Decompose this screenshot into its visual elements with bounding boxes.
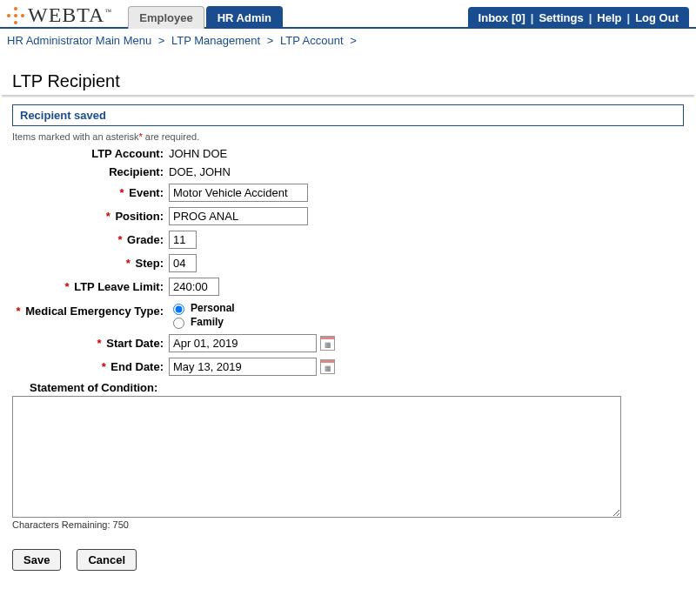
cancel-button[interactable]: Cancel bbox=[77, 549, 137, 571]
row-ltp-leave-limit: * LTP Leave Limit: bbox=[12, 278, 684, 296]
step-input[interactable] bbox=[169, 254, 197, 272]
radio-personal[interactable] bbox=[173, 304, 184, 315]
label-recipient: Recipient: bbox=[12, 165, 169, 178]
breadcrumb-ltp-account[interactable]: LTP Account bbox=[280, 34, 344, 47]
nav-separator: | bbox=[531, 11, 534, 24]
required-note: Items marked with an asterisk* are requi… bbox=[12, 131, 684, 142]
settings-link[interactable]: Settings bbox=[539, 11, 583, 24]
status-message: Recipient saved bbox=[12, 104, 684, 126]
label-statement: Statement of Condition: bbox=[30, 381, 684, 394]
label-medical-emergency: * Medical Emergency Type: bbox=[12, 301, 169, 318]
event-input[interactable] bbox=[169, 184, 308, 202]
inbox-link[interactable]: Inbox [0] bbox=[478, 11, 525, 24]
breadcrumb-separator: > bbox=[158, 34, 165, 47]
value-recipient: DOE, JOHN bbox=[169, 165, 231, 178]
logo-dots-icon bbox=[7, 7, 24, 24]
breadcrumb-main-menu[interactable]: HR Administrator Main Menu bbox=[7, 34, 151, 47]
button-row: Save Cancel bbox=[12, 549, 684, 571]
row-recipient: Recipient: DOE, JOHN bbox=[12, 165, 684, 178]
app-header: WEBTA™ Employee HR Admin Inbox [0] | Set… bbox=[0, 0, 696, 29]
calendar-icon[interactable]: ▦ bbox=[320, 359, 335, 374]
tab-hr-admin[interactable]: HR Admin bbox=[206, 6, 283, 29]
radio-personal-label[interactable]: Personal bbox=[169, 301, 235, 315]
row-position: * Position: bbox=[12, 207, 684, 225]
ltp-leave-limit-input[interactable] bbox=[169, 278, 219, 296]
characters-remaining: Characters Remaining: 750 bbox=[12, 519, 684, 530]
end-date-input[interactable] bbox=[169, 358, 317, 376]
statement-textarea[interactable] bbox=[12, 396, 621, 518]
nav-separator: | bbox=[589, 11, 592, 24]
logo-text: WEBTA™ bbox=[28, 3, 112, 27]
label-ltp-leave-limit: * LTP Leave Limit: bbox=[12, 280, 169, 293]
help-link[interactable]: Help bbox=[597, 11, 621, 24]
row-statement: Statement of Condition: Characters Remai… bbox=[12, 381, 684, 530]
grade-input[interactable] bbox=[169, 231, 197, 249]
label-step: * Step: bbox=[12, 257, 169, 270]
position-input[interactable] bbox=[169, 207, 308, 225]
medical-emergency-radio-group: Personal Family bbox=[169, 301, 235, 329]
value-ltp-account: JOHN DOE bbox=[169, 147, 227, 160]
label-start-date: * Start Date: bbox=[12, 337, 169, 350]
row-medical-emergency: * Medical Emergency Type: Personal Famil… bbox=[12, 301, 684, 329]
row-grade: * Grade: bbox=[12, 231, 684, 249]
breadcrumb-ltp-management[interactable]: LTP Management bbox=[171, 34, 260, 47]
top-nav: Inbox [0] | Settings | Help | Log Out bbox=[468, 7, 689, 29]
header-left: WEBTA™ Employee HR Admin bbox=[7, 3, 284, 27]
label-grade: * Grade: bbox=[12, 233, 169, 246]
radio-family[interactable] bbox=[173, 318, 184, 329]
radio-family-label[interactable]: Family bbox=[169, 315, 235, 329]
row-end-date: * End Date: ▦ bbox=[12, 358, 684, 376]
label-event: * Event: bbox=[12, 186, 169, 199]
tab-employee[interactable]: Employee bbox=[128, 6, 204, 29]
nav-separator: | bbox=[627, 11, 631, 24]
page-title: LTP Recipient bbox=[12, 71, 687, 91]
breadcrumb: HR Administrator Main Menu > LTP Managem… bbox=[0, 29, 696, 52]
logo: WEBTA™ bbox=[7, 3, 112, 27]
row-step: * Step: bbox=[12, 254, 684, 272]
row-event: * Event: bbox=[12, 184, 684, 202]
breadcrumb-separator: > bbox=[267, 34, 274, 47]
content: Recipient saved Items marked with an ast… bbox=[0, 104, 696, 579]
label-ltp-account: LTP Account: bbox=[12, 147, 169, 160]
save-button[interactable]: Save bbox=[12, 549, 61, 571]
breadcrumb-separator: > bbox=[350, 34, 357, 47]
title-divider bbox=[2, 95, 694, 97]
row-start-date: * Start Date: ▦ bbox=[12, 334, 684, 352]
tabs: Employee HR Admin bbox=[128, 6, 284, 29]
label-end-date: * End Date: bbox=[12, 360, 169, 373]
calendar-icon[interactable]: ▦ bbox=[320, 336, 335, 351]
start-date-input[interactable] bbox=[169, 334, 317, 352]
label-position: * Position: bbox=[12, 210, 169, 223]
row-ltp-account: LTP Account: JOHN DOE bbox=[12, 147, 684, 160]
logout-link[interactable]: Log Out bbox=[635, 11, 679, 24]
